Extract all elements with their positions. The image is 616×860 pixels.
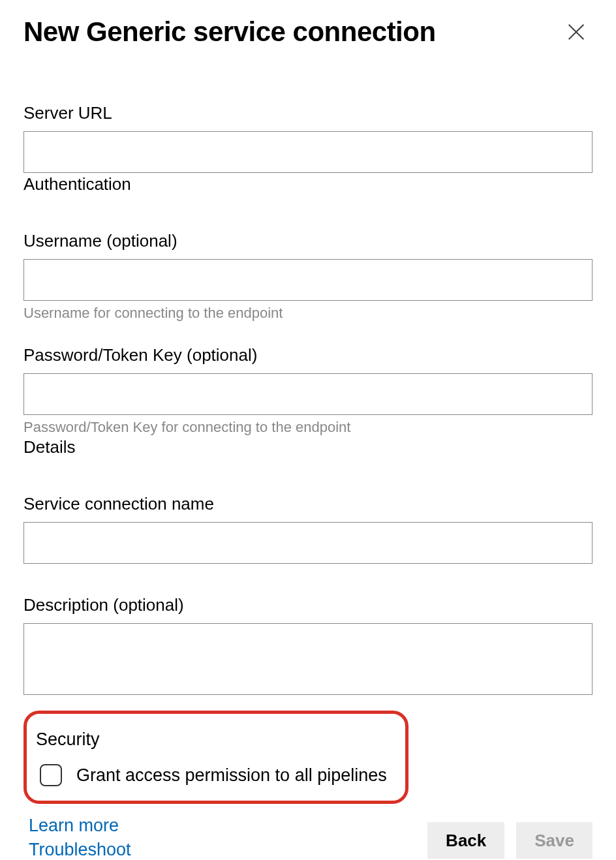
service-name-group: Service connection name bbox=[23, 494, 593, 564]
back-button[interactable]: Back bbox=[427, 822, 504, 859]
service-name-input[interactable] bbox=[23, 522, 593, 564]
description-input[interactable] bbox=[23, 623, 593, 695]
details-section-label: Details bbox=[23, 437, 593, 457]
authentication-section-label: Authentication bbox=[23, 174, 593, 194]
password-group: Password/Token Key (optional) Password/T… bbox=[23, 345, 593, 457]
password-helper: Password/Token Key for connecting to the… bbox=[23, 419, 593, 436]
description-group: Description (optional) bbox=[23, 595, 593, 698]
close-icon bbox=[565, 21, 587, 43]
username-label: Username (optional) bbox=[23, 231, 593, 251]
dialog-title: New Generic service connection bbox=[23, 17, 436, 47]
description-label: Description (optional) bbox=[23, 595, 593, 615]
server-url-group: Server URL Authentication bbox=[23, 103, 593, 194]
troubleshoot-link[interactable]: Troubleshoot bbox=[29, 840, 131, 860]
server-url-label: Server URL bbox=[23, 103, 593, 123]
grant-access-label: Grant access permission to all pipelines bbox=[76, 765, 387, 786]
learn-more-link[interactable]: Learn more bbox=[29, 816, 131, 836]
username-group: Username (optional) Username for connect… bbox=[23, 231, 593, 322]
username-input[interactable] bbox=[23, 259, 593, 301]
password-input[interactable] bbox=[23, 373, 593, 415]
grant-access-checkbox[interactable] bbox=[40, 764, 62, 786]
dialog-header: New Generic service connection bbox=[23, 16, 593, 48]
security-section: Security Grant access permission to all … bbox=[23, 711, 408, 804]
save-button[interactable]: Save bbox=[516, 822, 593, 859]
footer-buttons: Back Save bbox=[427, 822, 593, 859]
dialog-footer: Learn more Troubleshoot Back Save bbox=[23, 816, 593, 860]
username-helper: Username for connecting to the endpoint bbox=[23, 305, 593, 322]
server-url-input[interactable] bbox=[23, 131, 593, 173]
service-name-label: Service connection name bbox=[23, 494, 593, 514]
security-heading: Security bbox=[36, 729, 390, 750]
close-button[interactable] bbox=[560, 16, 593, 48]
password-label: Password/Token Key (optional) bbox=[23, 345, 593, 365]
grant-access-row: Grant access permission to all pipelines bbox=[40, 764, 390, 786]
footer-links: Learn more Troubleshoot bbox=[23, 816, 131, 860]
